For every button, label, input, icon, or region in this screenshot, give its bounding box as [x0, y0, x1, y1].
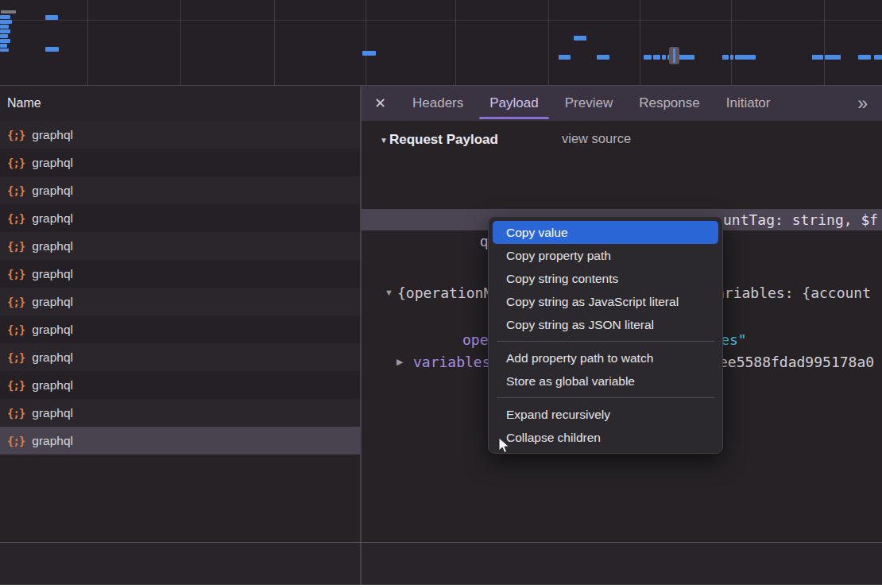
braces-fetch-icon: {;} [7, 157, 25, 169]
overview-horizontal-gridline [0, 20, 882, 21]
waterfall-bar[interactable] [812, 55, 823, 60]
menu-separator [497, 397, 714, 398]
more-tabs-button[interactable]: » [857, 86, 866, 121]
tab-payload[interactable]: Payload [489, 86, 538, 121]
braces-fetch-icon: {;} [7, 240, 25, 253]
waterfall-bar[interactable] [597, 55, 609, 60]
view-source-link[interactable]: view source [562, 131, 631, 146]
braces-fetch-icon: {;} [7, 212, 25, 225]
summary-footer [0, 543, 882, 585]
request-name-label: graphql [32, 406, 73, 420]
menu-item-expand-recursively[interactable]: Expand recursively [493, 403, 718, 426]
request-payload-section-title[interactable]: Request Payload [389, 132, 498, 148]
tab-headers[interactable]: Headers [412, 86, 463, 121]
braces-fetch-icon: {;} [7, 407, 25, 420]
request-row[interactable]: {;}graphql [0, 288, 360, 315]
waterfall-bar[interactable] [735, 55, 756, 60]
variables-preview-right-fragment: ee5588fdad995178a0 [719, 350, 874, 373]
tab-response[interactable]: Response [639, 86, 700, 121]
request-name-label: graphql [32, 211, 73, 226]
waterfall-bar[interactable] [874, 55, 882, 60]
selected-request-tick [673, 48, 675, 63]
collapse-arrow-icon[interactable]: ▼ [385, 281, 393, 304]
waterfall-bar[interactable] [722, 55, 729, 60]
expand-arrow-icon[interactable]: ▶ [397, 350, 403, 373]
request-name-label: graphql [32, 323, 73, 337]
waterfall-bar[interactable] [662, 55, 666, 60]
request-name-label: graphql [32, 267, 73, 281]
waterfall-bar[interactable] [644, 55, 652, 60]
property-value-right-fragment: untTag: string, $f [723, 209, 878, 230]
waterfall-bar[interactable] [1, 10, 16, 14]
menu-item-add-property-path-to-watch[interactable]: Add property path to watch [493, 346, 718, 369]
request-row[interactable]: {;}graphql [0, 399, 360, 427]
waterfall-bar[interactable] [0, 25, 9, 29]
requests-table: Name {;}graphql{;}graphql{;}graphql{;}gr… [0, 86, 360, 585]
waterfall-bar[interactable] [0, 48, 9, 52]
waterfall-bar[interactable] [0, 44, 7, 48]
braces-fetch-icon: {;} [7, 435, 25, 447]
menu-item-collapse-children[interactable]: Collapse children [493, 426, 718, 449]
close-detail-pane-button[interactable]: ✕ [374, 86, 386, 121]
waterfall-bar[interactable] [45, 15, 58, 20]
menu-item-copy-property-path[interactable]: Copy property path [493, 244, 718, 267]
menu-item-copy-string-as-javascript-literal[interactable]: Copy string as JavaScript literal [493, 290, 718, 313]
menu-item-copy-string-contents[interactable]: Copy string contents [493, 267, 718, 290]
menu-item-copy-value[interactable]: Copy value [493, 221, 718, 244]
waterfall-bar[interactable] [45, 47, 59, 52]
waterfall-bar[interactable] [825, 55, 841, 60]
request-row[interactable]: {;}graphql [0, 260, 360, 288]
waterfall-bar[interactable] [574, 36, 586, 41]
waterfall-bar[interactable] [0, 20, 12, 24]
braces-fetch-icon: {;} [7, 323, 25, 336]
request-row[interactable]: {;}graphql [0, 427, 360, 455]
waterfall-bar[interactable] [0, 39, 10, 43]
name-column-label: Name [7, 96, 41, 110]
request-row[interactable]: {;}graphql [0, 371, 360, 399]
request-row[interactable]: {;}graphql [0, 121, 360, 149]
request-name-label: graphql [32, 295, 73, 309]
request-row[interactable]: {;}graphql [0, 176, 360, 204]
property-key: variables [413, 350, 491, 373]
request-row[interactable]: {;}graphql [0, 343, 360, 371]
column-header-name[interactable]: Name [0, 86, 360, 122]
detail-tab-bar: ✕ HeadersPayloadPreviewResponseInitiator… [362, 86, 882, 121]
section-collapse-icon[interactable]: ▼ [380, 136, 388, 145]
waterfall-bar[interactable] [0, 34, 8, 38]
waterfall-bar[interactable] [559, 55, 571, 60]
overview-gridline [548, 0, 549, 85]
footer-column-divider [360, 543, 362, 585]
devtools-network-panel: Name {;}graphql{;}graphql{;}graphql{;}gr… [0, 0, 882, 585]
request-row[interactable]: {;}graphql [0, 315, 360, 343]
waterfall-bar[interactable] [0, 29, 10, 33]
overview-gridline [274, 0, 275, 85]
waterfall-bar[interactable] [858, 55, 871, 60]
overview-gridline [87, 0, 88, 85]
waterfall-bar[interactable] [0, 15, 10, 19]
request-row[interactable]: {;}graphql [0, 149, 360, 176]
request-name-label: graphql [32, 239, 73, 253]
request-row[interactable]: {;}graphql [0, 204, 360, 232]
overview-gridline [640, 0, 640, 85]
request-row[interactable]: {;}graphql [0, 232, 360, 260]
braces-fetch-icon: {;} [7, 351, 25, 364]
menu-item-store-as-global-variable[interactable]: Store as global variable [493, 369, 718, 393]
braces-fetch-icon: {;} [7, 129, 25, 141]
tab-preview[interactable]: Preview [565, 86, 613, 121]
overview-gridline [731, 0, 732, 85]
mouse-cursor-icon [498, 437, 511, 455]
waterfall-bar[interactable] [677, 55, 694, 60]
network-overview-timeline[interactable] [0, 0, 882, 86]
braces-fetch-icon: {;} [7, 268, 25, 280]
tab-initiator[interactable]: Initiator [726, 86, 771, 121]
menu-separator [497, 341, 714, 342]
waterfall-bar[interactable] [653, 55, 660, 60]
request-name-label: graphql [32, 156, 73, 170]
overview-gridline [180, 0, 181, 85]
waterfall-bar[interactable] [362, 51, 376, 56]
request-name-label: graphql [32, 434, 73, 448]
menu-item-copy-string-as-json-literal[interactable]: Copy string as JSON literal [493, 313, 718, 336]
selected-request-marker [669, 47, 679, 64]
request-name-label: graphql [32, 184, 73, 198]
waterfall-bar[interactable] [730, 55, 733, 60]
